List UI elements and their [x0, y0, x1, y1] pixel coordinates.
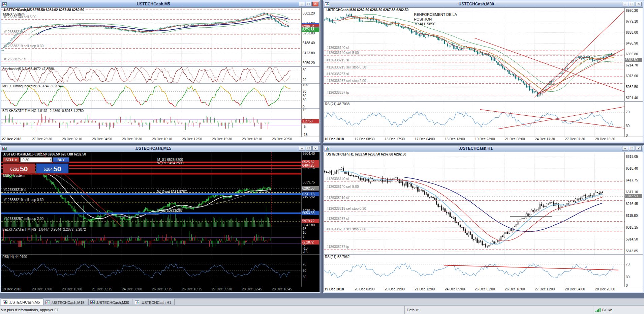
time-axis[interactable]: 19 Dec 201820 Dec 00:0020 Dec 16:0021 De… — [1, 287, 319, 292]
time-axis-label: 28 Dec 12:50 — [182, 137, 202, 141]
window-title: .USTECHCash,M15 — [8, 146, 298, 151]
time-axis-label: 28 Dec 10:10 — [152, 137, 172, 141]
order-line-label: #126336140 sell 5.00 — [327, 185, 359, 189]
minimize-button[interactable]: – — [622, 146, 628, 151]
price-scale[interactable]: 15105-5-10-15-2.2872 — [301, 227, 319, 254]
time-axis-label: 17 Dec 04:00 — [415, 137, 435, 141]
time-axis-label: 26 Dec 16:15 — [182, 287, 202, 291]
price-tick: 6619.05 — [626, 155, 638, 159]
status-help-text: our plus d'informations, appuyer F1 — [0, 306, 405, 314]
indicator-name-label: MBFX System — [3, 174, 25, 177]
restore-button[interactable]: ❐ — [306, 2, 312, 6]
time-axis[interactable]: 10 Dec 201812 Dec 08:3013 Dec 17:3017 De… — [324, 137, 643, 142]
price-box: 6282.50 — [625, 58, 642, 62]
price-tick: 6188.40 — [303, 41, 315, 45]
order-line-label: #126338219 sl — [327, 196, 349, 200]
close-button[interactable]: ✕ — [312, 146, 318, 151]
ask-price-button[interactable]: 628450 — [36, 163, 69, 173]
window-title: .USTECHCash,M5 — [8, 2, 298, 6]
chart-info-line: .USTECHCash,H1 6282.50 6286.50 6267.88 6… — [326, 152, 406, 156]
sell-button[interactable]: SELL▾ — [3, 157, 20, 163]
volume-input[interactable]: 0.30▴▾ — [20, 157, 52, 163]
price-tick: 70 — [303, 262, 306, 266]
price-tick: 6073.60 — [626, 74, 638, 78]
rsi-pane[interactable]: 70300RSI(21) 48.7038 — [324, 102, 643, 137]
window-tab-bar: .USTECHCash,M5 .USTECHCash,M15 .USTECHCa… — [0, 298, 644, 306]
stochastic-pane[interactable]: 8020Stochastic(5,3,3) 55.4972 47.8788 — [1, 67, 319, 83]
minimize-button[interactable]: – — [622, 2, 628, 6]
price-tick: 6604.40 — [303, 152, 315, 155]
time-axis-label: 27 Dec 07:30 — [565, 137, 585, 141]
time-axis-label: 28 Dec 02:10 — [62, 137, 82, 141]
price-tick: 6317.10 — [626, 190, 638, 194]
time-axis-label: 26 Dec 02:00 — [475, 287, 495, 291]
restore-button[interactable]: ❐ — [306, 146, 312, 151]
tab-ustechcash-m30[interactable]: .USTECHCash,M30 — [88, 299, 132, 306]
chart-area[interactable]: 6619.056518.406417.756317.106216.456115.… — [324, 152, 643, 292]
chart-canvas — [324, 102, 624, 137]
rsi-pane[interactable]: 70300RSI(21) 52.7962 — [324, 255, 643, 287]
time-axis-label: 26 Dec 00:15 — [152, 287, 172, 291]
time-axis-label: 21 Dec 08:00 — [505, 137, 525, 141]
close-button[interactable]: ✕ — [636, 146, 642, 151]
window-title: .USTECHCash,H1 — [331, 146, 621, 151]
price-tick: 6355.80 — [626, 52, 638, 56]
buy-button[interactable]: BUY — [53, 157, 69, 163]
time-axis[interactable]: 27 Dec 201827 Dec 23:3028 Dec 02:1028 De… — [1, 137, 319, 142]
one-click-trading-panel: SELL▾ 0.30▴▾ BUY 628250 628450 — [3, 157, 69, 173]
restore-button[interactable]: ❐ — [629, 146, 635, 151]
time-axis-label: 24 Dec 05:00 — [445, 287, 465, 291]
bid-price-button[interactable]: 628250 — [3, 163, 35, 173]
price-box: -2.2872 — [302, 240, 319, 245]
price-tick: 5 — [303, 235, 305, 238]
tab-ustechcash-h1[interactable]: .USTECHCash,H1 — [133, 299, 175, 306]
price-tick: 70 — [626, 110, 630, 114]
close-button[interactable]: ✕ — [312, 2, 318, 6]
minimize-button[interactable]: – — [299, 146, 305, 151]
belkhayate-timing-pane[interactable]: 15105-5-10-15-2.2872BELKHAYATE TIMING -1… — [1, 227, 319, 254]
window-titlebar[interactable]: .USTECHCash,M5 – ❐ ✕ — [1, 1, 320, 7]
status-profile[interactable]: Default — [405, 306, 593, 314]
price-tick: 5942.80 — [303, 223, 315, 227]
close-button[interactable]: ✕ — [636, 2, 642, 6]
price-box: 6282.50 — [302, 186, 319, 191]
price-scale[interactable]: 6619.056518.406417.756317.106216.456115.… — [624, 152, 643, 254]
price-scale[interactable]: 705030 — [301, 255, 319, 287]
belkhayate-timing-pane[interactable]: 155-5-151.2750BELKHAYATE TIMING 1.8131 -… — [1, 109, 319, 137]
restore-button[interactable]: ❐ — [629, 2, 635, 6]
price-scale[interactable]: 8020 — [301, 67, 319, 83]
window-titlebar[interactable]: .USTECHCash,M15 – ❐ ✕ — [1, 145, 320, 151]
price-scale[interactable]: 6920.206779.106638.006496.906355.806214.… — [624, 8, 643, 101]
time-axis-label: 12 Dec 08:30 — [355, 137, 375, 141]
price-tick: -15 — [303, 250, 307, 254]
tab-ustechcash-m15[interactable]: .USTECHCash,M15 — [43, 299, 88, 306]
window-titlebar[interactable]: .USTECHCash,M30 – ❐ ✕ — [324, 1, 643, 7]
time-axis-label: 19 Dec 23:00 — [475, 137, 495, 141]
minimize-button[interactable]: – — [299, 2, 305, 6]
price-scale[interactable]: 70300 — [624, 102, 643, 137]
rsi-pane[interactable]: 705030RSI(14) 44.0190 — [1, 255, 319, 287]
price-scale[interactable]: 6604.406472.106339.756207.456075.105942.… — [301, 152, 319, 227]
price-scale[interactable]: 1007050300 — [301, 84, 319, 108]
chart-tab-icon — [45, 301, 50, 304]
chart-area[interactable]: SELL▾ 0.30▴▾ BUY 628250 628450 6604.4064… — [1, 152, 320, 292]
main-pane[interactable]: 6382.206317.606253.006188.406123.806059.… — [1, 8, 319, 66]
order-line-label: #126338257 tp — [327, 245, 349, 249]
price-scale[interactable]: 155-5-151.2750 — [301, 109, 319, 137]
price-scale[interactable]: 70300 — [624, 255, 643, 287]
time-axis-label: 20 Dec 16:00 — [62, 287, 82, 291]
main-pane[interactable]: 6920.206779.106638.006496.906355.806214.… — [324, 8, 643, 101]
volume-down-button[interactable]: ▾ — [50, 160, 51, 162]
time-axis-label: 28 Dec 04:50 — [92, 137, 112, 141]
chart-canvas — [324, 152, 624, 254]
main-pane[interactable]: 6619.056518.406417.756317.106216.456115.… — [324, 152, 643, 254]
chart-area[interactable]: 6920.206779.106638.006496.906355.806214.… — [324, 7, 643, 142]
chart-area[interactable]: 6382.206317.606253.006188.406123.806059.… — [1, 7, 320, 142]
time-axis[interactable]: 19 Dec 201820 Dec 03:0020 Dec 19:0021 De… — [324, 287, 643, 292]
price-scale[interactable]: 6382.206317.606253.006188.406123.806059.… — [301, 8, 319, 66]
price-tick: 0 — [626, 134, 628, 137]
tab-ustechcash-m5[interactable]: .USTECHCash,M5 — [1, 298, 43, 306]
mbfx-timing-pane[interactable]: 1007050300MBFX Timing Indicator 36.3747 … — [1, 84, 319, 108]
time-axis-label: 27 Dec 23:30 — [32, 137, 52, 141]
window-titlebar[interactable]: .USTECHCash,H1 – ❐ ✕ — [324, 145, 643, 151]
